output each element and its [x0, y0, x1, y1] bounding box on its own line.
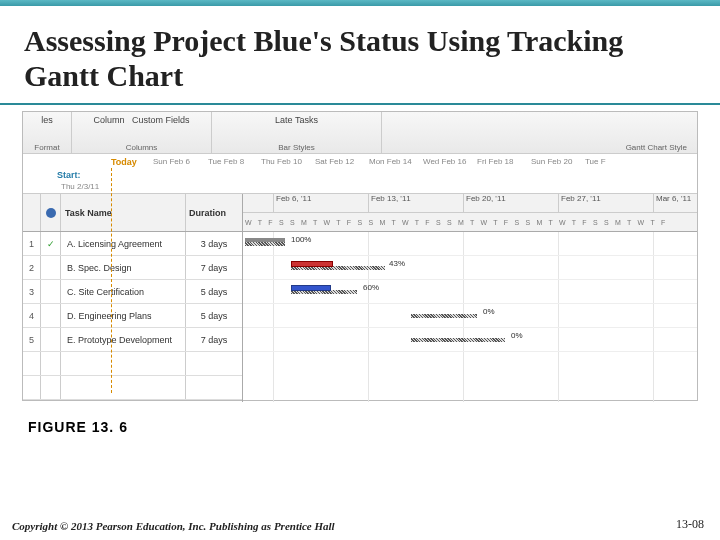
task-duration[interactable]: 7 days: [186, 328, 242, 351]
gantt-bars-area: 100%43%60%0%0%: [243, 232, 697, 402]
start-label: Start:: [57, 170, 81, 180]
gantt-timescale-header: Feb 6, '11Feb 13, '11Feb 20, '11Feb 27, …: [243, 194, 697, 232]
ribbon-group-barstyles[interactable]: Late Tasks Bar Styles: [211, 112, 381, 153]
ribbon-bar: les Format Column Custom Fields Columns …: [23, 112, 697, 154]
table-header-row: Task Name Duration: [23, 194, 242, 232]
table-row[interactable]: 1✓A. Licensing Agreement3 days: [23, 232, 242, 256]
task-table: Task Name Duration 1✓A. Licensing Agreem…: [23, 194, 243, 402]
task-name[interactable]: C. Site Certification: [61, 280, 186, 303]
page-number: 13-08: [676, 517, 704, 532]
task-name[interactable]: D. Engineering Plans: [61, 304, 186, 327]
ribbon-label: Column: [93, 115, 124, 125]
baseline-bar[interactable]: [411, 338, 505, 342]
task-name[interactable]: A. Licensing Agreement: [61, 232, 186, 255]
table-row[interactable]: 4D. Engineering Plans5 days: [23, 304, 242, 328]
copyright-footer: Copyright © 2013 Pearson Education, Inc.…: [12, 520, 335, 532]
gantt-chart-area: Feb 6, '11Feb 13, '11Feb 20, '11Feb 27, …: [243, 194, 697, 402]
col-indicator: [41, 194, 61, 231]
col-taskname[interactable]: Task Name: [61, 194, 186, 231]
row-number: 5: [23, 328, 41, 351]
task-duration[interactable]: 3 days: [186, 232, 242, 255]
gantt-grid: Task Name Duration 1✓A. Licensing Agreem…: [23, 194, 697, 402]
today-indicator-line: [111, 168, 112, 393]
progress-bar[interactable]: [245, 238, 285, 242]
table-row-empty: [23, 376, 242, 400]
timeline-date: Tue Feb 8: [208, 157, 244, 166]
row-number: 1: [23, 232, 41, 255]
ribbon-label: Late Tasks: [216, 115, 377, 125]
row-indicator: ✓: [41, 232, 61, 255]
figure-label: FIGURE 13. 6: [28, 419, 720, 435]
ribbon-group-columns[interactable]: Column Custom Fields Columns: [71, 112, 211, 153]
today-label: Today: [111, 157, 137, 167]
info-icon: [46, 208, 56, 218]
days-row: W T F S S M T W T F S S M T W T F S S M …: [243, 212, 697, 232]
ribbon-group-label: Columns: [76, 143, 207, 152]
slide-title: Assessing Project Blue's Status Using Tr…: [24, 24, 696, 93]
timeline-date: Sat Feb 12: [315, 157, 354, 166]
ribbon-group-label: Format: [27, 143, 67, 152]
gantt-bar-row: 43%: [243, 256, 697, 280]
baseline-bar[interactable]: [411, 314, 477, 318]
col-rownum: [23, 194, 41, 231]
week-label: Mar 6, '11: [653, 194, 691, 212]
gantt-bar-row: 60%: [243, 280, 697, 304]
baseline-bar[interactable]: [245, 242, 285, 246]
week-label: Feb 20, '11: [463, 194, 506, 212]
start-date: Thu 2/3/11: [61, 182, 99, 191]
table-row[interactable]: 3C. Site Certification5 days: [23, 280, 242, 304]
task-name[interactable]: E. Prototype Development: [61, 328, 186, 351]
table-row[interactable]: 5E. Prototype Development7 days: [23, 328, 242, 352]
row-indicator: [41, 280, 61, 303]
percent-label: 43%: [389, 259, 405, 268]
task-duration[interactable]: 7 days: [186, 256, 242, 279]
task-duration[interactable]: 5 days: [186, 280, 242, 303]
ribbon-group-style[interactable]: Gantt Chart Style: [381, 112, 697, 153]
percent-label: 0%: [511, 331, 523, 340]
table-row-empty: [23, 352, 242, 376]
timeline-band: Today Start: Thu 2/3/11 Sun Feb 6Tue Feb…: [23, 154, 697, 194]
slide-title-area: Assessing Project Blue's Status Using Tr…: [0, 6, 720, 105]
timeline-date: Sun Feb 20: [531, 157, 572, 166]
gantt-bar-row: 0%: [243, 304, 697, 328]
gantt-bar-row: 100%: [243, 232, 697, 256]
gantt-bar-row: 0%: [243, 328, 697, 352]
col-duration[interactable]: Duration: [186, 194, 242, 231]
progress-bar[interactable]: [291, 285, 331, 291]
timeline-date: Mon Feb 14: [369, 157, 412, 166]
ribbon-group-label: Gantt Chart Style: [386, 143, 693, 152]
row-number: 3: [23, 280, 41, 303]
timeline-date: Fri Feb 18: [477, 157, 513, 166]
timeline-date: Tue F: [585, 157, 606, 166]
timeline-date: Thu Feb 10: [261, 157, 302, 166]
row-indicator: [41, 256, 61, 279]
gantt-screenshot: les Format Column Custom Fields Columns …: [22, 111, 698, 401]
timeline-date: Wed Feb 16: [423, 157, 466, 166]
ribbon-group-label: Bar Styles: [216, 143, 377, 152]
row-indicator: [41, 304, 61, 327]
ribbon-label: les: [27, 115, 67, 125]
row-number: 2: [23, 256, 41, 279]
percent-label: 60%: [363, 283, 379, 292]
ribbon-label: Custom Fields: [132, 115, 190, 125]
percent-label: 100%: [291, 235, 311, 244]
progress-bar[interactable]: [291, 261, 333, 267]
row-number: 4: [23, 304, 41, 327]
table-row[interactable]: 2B. Spec. Design7 days: [23, 256, 242, 280]
ribbon-group-format[interactable]: les Format: [23, 112, 71, 153]
row-indicator: [41, 328, 61, 351]
task-duration[interactable]: 5 days: [186, 304, 242, 327]
percent-label: 0%: [483, 307, 495, 316]
timeline-date: Sun Feb 6: [153, 157, 190, 166]
task-name[interactable]: B. Spec. Design: [61, 256, 186, 279]
week-label: Feb 27, '11: [558, 194, 601, 212]
week-label: Feb 13, '11: [368, 194, 411, 212]
week-label: Feb 6, '11: [273, 194, 311, 212]
